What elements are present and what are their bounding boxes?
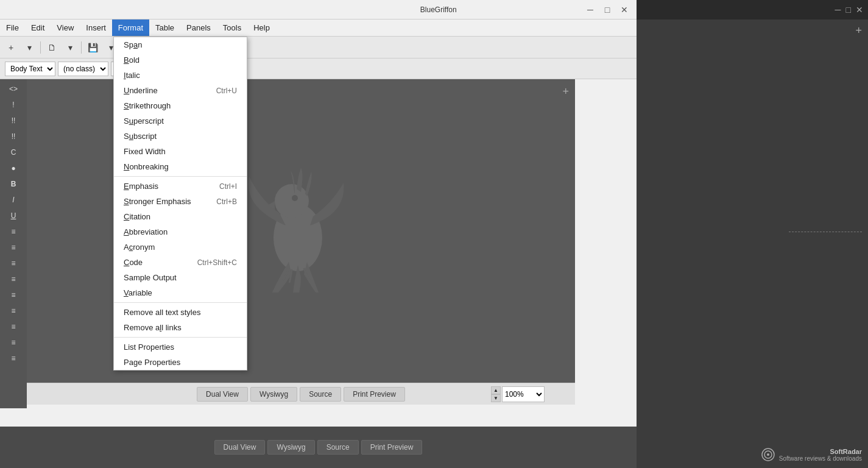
format-superscript[interactable]: Superscript — [114, 113, 247, 129]
source-button[interactable]: Source — [300, 387, 341, 402]
second-wysiwyg-button[interactable]: Wysiwyg — [267, 440, 314, 455]
close-button[interactable]: ✕ — [617, 2, 632, 17]
open-button[interactable]: 🗋 — [43, 39, 60, 56]
menu-panels[interactable]: Panels — [180, 20, 217, 36]
format-bold[interactable]: Bold — [114, 52, 247, 68]
sidebar-code-btn[interactable]: <> — [4, 82, 23, 96]
format-variable[interactable]: Variable — [114, 285, 247, 300]
watermark-text: SoftRadar Software reviews & downloads — [779, 448, 862, 462]
sidebar-list6-btn[interactable]: ≡ — [4, 303, 23, 318]
sidebar-circle-btn[interactable]: ● — [4, 161, 23, 176]
zoom-down-button[interactable]: ▼ — [491, 394, 501, 402]
svg-point-6 — [767, 453, 769, 456]
add-column-button[interactable]: + — [562, 85, 569, 98]
print-preview-button[interactable]: Print Preview — [344, 387, 405, 402]
format-dropdown-menu: Span Bold Italic Underline Ctrl+U Strike… — [113, 37, 247, 370]
right-maximize-button[interactable]: □ — [846, 5, 851, 15]
menu-table[interactable]: Table — [149, 20, 180, 36]
format-remove-text-styles[interactable]: Remove all text styles — [114, 305, 247, 320]
svg-point-3 — [292, 195, 298, 201]
right-close-button[interactable]: ✕ — [856, 5, 863, 15]
format-acronym[interactable]: Acronym — [114, 239, 247, 255]
menu-separator-2 — [114, 302, 247, 303]
menu-separator-3 — [114, 337, 247, 338]
format-italic[interactable]: Italic — [114, 68, 247, 83]
maximize-button[interactable]: □ — [600, 2, 615, 17]
sidebar-excl3-btn[interactable]: !! — [4, 129, 23, 144]
bird-logo — [237, 158, 359, 292]
format-subscript[interactable]: Subscript — [114, 129, 247, 144]
menu-separator-1 — [114, 176, 247, 177]
main-window: BlueGriffon ─ □ ✕ File Edit View Insert … — [0, 0, 637, 427]
menu-view[interactable]: View — [51, 20, 80, 36]
format-abbreviation[interactable]: Abbreviation — [114, 224, 247, 239]
sidebar-underline-btn[interactable]: U — [4, 208, 23, 223]
right-panel-add-button[interactable]: + — [855, 24, 862, 37]
zoom-select[interactable]: 100% 50% 75% 125% 150% 200% — [502, 386, 545, 402]
format-fixed-width[interactable]: Fixed Width — [114, 144, 247, 159]
menu-edit[interactable]: Edit — [25, 20, 51, 36]
format-page-properties[interactable]: Page Properties — [114, 355, 247, 370]
minimize-button[interactable]: ─ — [583, 2, 598, 17]
editor-area[interactable]: + — [27, 79, 575, 383]
sidebar-italic-btn[interactable]: I — [4, 193, 23, 207]
menu-bar: File Edit View Insert Format Table Panel… — [0, 20, 637, 37]
sidebar-list5-btn[interactable]: ≡ — [4, 288, 23, 302]
right-panel: ─ □ ✕ + — [637, 0, 868, 468]
format-remove-links[interactable]: Remove all links — [114, 320, 247, 335]
window-title: BlueGriffon — [294, 5, 584, 14]
toolbar: + ▾ 🗋 ▾ 💾 ▾ 📋 🌐 — [0, 37, 637, 58]
wysiwyg-button[interactable]: Wysiwyg — [250, 387, 297, 402]
save-button[interactable]: 💾 — [84, 39, 101, 56]
menu-tools[interactable]: Tools — [217, 20, 247, 36]
format-emphasis[interactable]: Emphasis Ctrl+I — [114, 179, 247, 194]
sidebar-list1-btn[interactable]: ≡ — [4, 224, 23, 239]
second-source-button[interactable]: Source — [317, 440, 359, 455]
second-window: Dual View Wysiwyg Source Print Preview — [0, 427, 637, 468]
sidebar-bold-btn[interactable]: B — [4, 177, 23, 191]
format-strikethrough[interactable]: Strikethrough — [114, 98, 247, 113]
zoom-arrows: ▲ ▼ — [491, 386, 501, 402]
title-bar: BlueGriffon ─ □ ✕ — [0, 0, 637, 20]
class-select[interactable]: (no class) — [58, 62, 108, 76]
menu-insert[interactable]: Insert — [80, 20, 112, 36]
menu-help[interactable]: Help — [247, 20, 276, 36]
body-text-select[interactable]: Body Text — [5, 62, 55, 76]
format-span[interactable]: Span — [114, 37, 247, 52]
sidebar-excl-btn[interactable]: ! — [4, 98, 23, 112]
format-stronger-emphasis[interactable]: Stronger Emphasis Ctrl+B — [114, 194, 247, 209]
new-button[interactable]: + — [2, 39, 19, 56]
sidebar-list9-btn[interactable]: ≡ — [4, 351, 23, 366]
sidebar-list4-btn[interactable]: ≡ — [4, 272, 23, 286]
second-print-preview-button[interactable]: Print Preview — [361, 440, 423, 455]
second-dual-view-button[interactable]: Dual View — [214, 440, 266, 455]
softradar-logo-icon — [761, 447, 775, 462]
canvas-area — [33, 85, 563, 366]
right-minimize-button[interactable]: ─ — [835, 5, 841, 15]
new-dropdown[interactable]: ▾ — [21, 39, 38, 56]
menu-file[interactable]: File — [0, 20, 25, 36]
window-controls: ─ □ ✕ — [583, 2, 632, 17]
sidebar-list2-btn[interactable]: ≡ — [4, 240, 23, 255]
sidebar-list3-btn[interactable]: ≡ — [4, 256, 23, 271]
toolbar-separator2 — [81, 41, 82, 54]
format-nonbreaking[interactable]: Nonbreaking — [114, 159, 247, 174]
left-sidebar: <> ! !! !! C ● B I U ≡ ≡ ≡ ≡ ≡ ≡ ≡ ≡ ≡ — [0, 79, 27, 408]
toolbar2: Body Text (no class) Variable width (no … — [0, 58, 637, 79]
right-panel-titlebar: ─ □ ✕ — [637, 0, 868, 20]
sidebar-list8-btn[interactable]: ≡ — [4, 335, 23, 350]
format-code[interactable]: Code Ctrl+Shift+C — [114, 255, 247, 270]
menu-format[interactable]: Format — [112, 20, 149, 36]
sidebar-list7-btn[interactable]: ≡ — [4, 319, 23, 334]
format-citation[interactable]: Citation — [114, 209, 247, 224]
watermark-tagline: Software reviews & downloads — [779, 455, 862, 462]
dual-view-button[interactable]: Dual View — [197, 387, 248, 402]
format-underline[interactable]: Underline Ctrl+U — [114, 83, 247, 98]
watermark: SoftRadar Software reviews & downloads — [761, 447, 862, 462]
format-list-properties[interactable]: List Properties — [114, 339, 247, 355]
zoom-up-button[interactable]: ▲ — [491, 386, 501, 394]
sidebar-excl2-btn[interactable]: !! — [4, 113, 23, 128]
open-dropdown[interactable]: ▾ — [62, 39, 79, 56]
sidebar-c-btn[interactable]: C — [4, 145, 23, 160]
format-sample-output[interactable]: Sample Output — [114, 270, 247, 285]
